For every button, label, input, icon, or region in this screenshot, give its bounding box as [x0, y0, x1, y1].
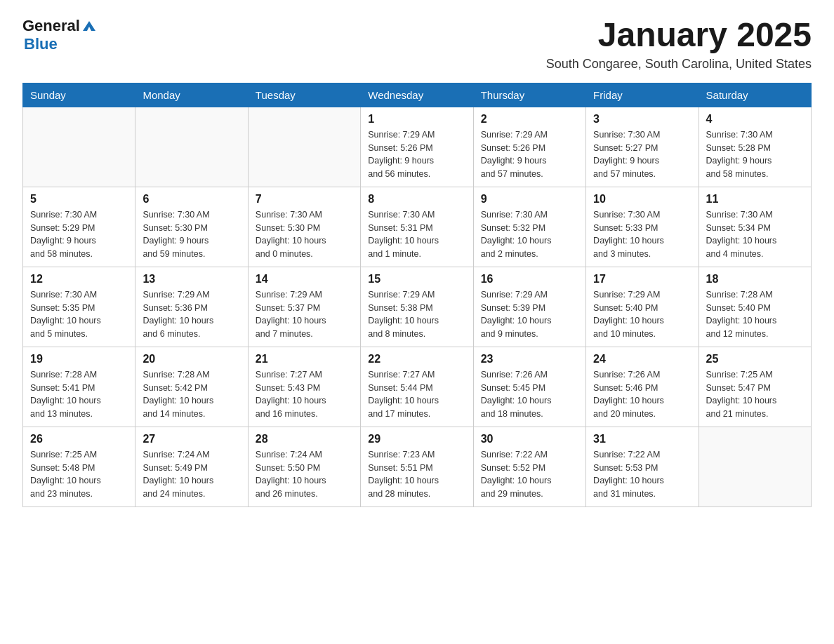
- day-number: 17: [593, 273, 691, 286]
- table-row: 10Sunrise: 7:30 AMSunset: 5:33 PMDayligh…: [586, 187, 699, 267]
- calendar-header-row: Sunday Monday Tuesday Wednesday Thursday…: [23, 83, 812, 107]
- day-info: Sunrise: 7:27 AMSunset: 5:43 PMDaylight:…: [256, 368, 353, 421]
- day-number: 29: [368, 433, 465, 445]
- day-info: Sunrise: 7:25 AMSunset: 5:47 PMDaylight:…: [706, 368, 804, 421]
- day-info: Sunrise: 7:24 AMSunset: 5:50 PMDaylight:…: [256, 448, 353, 501]
- table-row: [135, 107, 248, 187]
- day-info: Sunrise: 7:29 AMSunset: 5:38 PMDaylight:…: [368, 288, 465, 341]
- day-number: 19: [30, 353, 128, 365]
- calendar-week-row: 12Sunrise: 7:30 AMSunset: 5:35 PMDayligh…: [23, 267, 812, 347]
- col-monday: Monday: [135, 83, 248, 107]
- day-info: Sunrise: 7:26 AMSunset: 5:45 PMDaylight:…: [481, 368, 578, 421]
- calendar-table: Sunday Monday Tuesday Wednesday Thursday…: [22, 83, 812, 507]
- day-number: 2: [481, 113, 578, 126]
- day-number: 3: [593, 113, 691, 126]
- calendar-week-row: 1Sunrise: 7:29 AMSunset: 5:26 PMDaylight…: [23, 107, 812, 187]
- day-number: 31: [593, 433, 691, 445]
- table-row: 18Sunrise: 7:28 AMSunset: 5:40 PMDayligh…: [699, 267, 811, 347]
- day-info: Sunrise: 7:30 AMSunset: 5:34 PMDaylight:…: [706, 208, 804, 261]
- day-info: Sunrise: 7:27 AMSunset: 5:44 PMDaylight:…: [368, 368, 465, 421]
- day-number: 9: [481, 193, 578, 206]
- table-row: 4Sunrise: 7:30 AMSunset: 5:28 PMDaylight…: [699, 107, 811, 187]
- table-row: 22Sunrise: 7:27 AMSunset: 5:44 PMDayligh…: [361, 347, 473, 427]
- table-row: 31Sunrise: 7:22 AMSunset: 5:53 PMDayligh…: [586, 427, 699, 507]
- day-info: Sunrise: 7:22 AMSunset: 5:53 PMDaylight:…: [593, 448, 691, 501]
- table-row: 24Sunrise: 7:26 AMSunset: 5:46 PMDayligh…: [586, 347, 699, 427]
- day-number: 8: [368, 193, 465, 206]
- day-info: Sunrise: 7:23 AMSunset: 5:51 PMDaylight:…: [368, 448, 465, 501]
- day-number: 20: [143, 353, 240, 365]
- col-friday: Friday: [586, 83, 699, 107]
- day-info: Sunrise: 7:29 AMSunset: 5:36 PMDaylight:…: [143, 288, 240, 341]
- title-section: January 2025 South Congaree, South Carol…: [546, 17, 812, 72]
- table-row: 14Sunrise: 7:29 AMSunset: 5:37 PMDayligh…: [248, 267, 360, 347]
- day-info: Sunrise: 7:30 AMSunset: 5:32 PMDaylight:…: [481, 208, 578, 261]
- table-row: 6Sunrise: 7:30 AMSunset: 5:30 PMDaylight…: [135, 187, 248, 267]
- day-info: Sunrise: 7:30 AMSunset: 5:30 PMDaylight:…: [256, 208, 353, 261]
- col-saturday: Saturday: [699, 83, 811, 107]
- table-row: 9Sunrise: 7:30 AMSunset: 5:32 PMDaylight…: [473, 187, 585, 267]
- table-row: 21Sunrise: 7:27 AMSunset: 5:43 PMDayligh…: [248, 347, 360, 427]
- table-row: 2Sunrise: 7:29 AMSunset: 5:26 PMDaylight…: [473, 107, 585, 187]
- logo: General Blue: [22, 17, 97, 53]
- day-number: 14: [256, 273, 353, 286]
- table-row: 29Sunrise: 7:23 AMSunset: 5:51 PMDayligh…: [361, 427, 473, 507]
- day-number: 5: [30, 193, 128, 206]
- table-row: 20Sunrise: 7:28 AMSunset: 5:42 PMDayligh…: [135, 347, 248, 427]
- col-thursday: Thursday: [473, 83, 585, 107]
- day-number: 18: [706, 273, 804, 286]
- day-info: Sunrise: 7:29 AMSunset: 5:39 PMDaylight:…: [481, 288, 578, 341]
- day-info: Sunrise: 7:28 AMSunset: 5:41 PMDaylight:…: [30, 368, 128, 421]
- col-sunday: Sunday: [23, 83, 135, 107]
- day-info: Sunrise: 7:30 AMSunset: 5:31 PMDaylight:…: [368, 208, 465, 261]
- table-row: 1Sunrise: 7:29 AMSunset: 5:26 PMDaylight…: [361, 107, 473, 187]
- table-row: 25Sunrise: 7:25 AMSunset: 5:47 PMDayligh…: [699, 347, 811, 427]
- table-row: 23Sunrise: 7:26 AMSunset: 5:45 PMDayligh…: [473, 347, 585, 427]
- table-row: 5Sunrise: 7:30 AMSunset: 5:29 PMDaylight…: [23, 187, 135, 267]
- day-number: 12: [30, 273, 128, 286]
- day-info: Sunrise: 7:28 AMSunset: 5:40 PMDaylight:…: [706, 288, 804, 341]
- table-row: 19Sunrise: 7:28 AMSunset: 5:41 PMDayligh…: [23, 347, 135, 427]
- day-info: Sunrise: 7:30 AMSunset: 5:27 PMDaylight:…: [593, 128, 691, 181]
- location-subtitle: South Congaree, South Carolina, United S…: [546, 57, 812, 72]
- day-number: 23: [481, 353, 578, 365]
- day-info: Sunrise: 7:22 AMSunset: 5:52 PMDaylight:…: [481, 448, 578, 501]
- calendar-week-row: 19Sunrise: 7:28 AMSunset: 5:41 PMDayligh…: [23, 347, 812, 427]
- table-row: 13Sunrise: 7:29 AMSunset: 5:36 PMDayligh…: [135, 267, 248, 347]
- day-number: 22: [368, 353, 465, 365]
- table-row: [699, 427, 811, 507]
- day-info: Sunrise: 7:30 AMSunset: 5:28 PMDaylight:…: [706, 128, 804, 181]
- day-number: 11: [706, 193, 804, 206]
- logo-general-text: General: [22, 17, 80, 35]
- table-row: 3Sunrise: 7:30 AMSunset: 5:27 PMDaylight…: [586, 107, 699, 187]
- logo-blue-text: Blue: [24, 35, 58, 53]
- table-row: 28Sunrise: 7:24 AMSunset: 5:50 PMDayligh…: [248, 427, 360, 507]
- day-info: Sunrise: 7:28 AMSunset: 5:42 PMDaylight:…: [143, 368, 240, 421]
- day-info: Sunrise: 7:30 AMSunset: 5:35 PMDaylight:…: [30, 288, 128, 341]
- table-row: [23, 107, 135, 187]
- day-info: Sunrise: 7:30 AMSunset: 5:33 PMDaylight:…: [593, 208, 691, 261]
- calendar-week-row: 26Sunrise: 7:25 AMSunset: 5:48 PMDayligh…: [23, 427, 812, 507]
- day-info: Sunrise: 7:30 AMSunset: 5:30 PMDaylight:…: [143, 208, 240, 261]
- day-info: Sunrise: 7:29 AMSunset: 5:37 PMDaylight:…: [256, 288, 353, 341]
- day-number: 16: [481, 273, 578, 286]
- day-number: 15: [368, 273, 465, 286]
- day-info: Sunrise: 7:29 AMSunset: 5:40 PMDaylight:…: [593, 288, 691, 341]
- day-number: 26: [30, 433, 128, 445]
- day-info: Sunrise: 7:29 AMSunset: 5:26 PMDaylight:…: [368, 128, 465, 181]
- table-row: 30Sunrise: 7:22 AMSunset: 5:52 PMDayligh…: [473, 427, 585, 507]
- day-number: 6: [143, 193, 240, 206]
- calendar-week-row: 5Sunrise: 7:30 AMSunset: 5:29 PMDaylight…: [23, 187, 812, 267]
- page-header: General Blue January 2025 South Congaree…: [22, 17, 812, 72]
- day-number: 21: [256, 353, 353, 365]
- table-row: 15Sunrise: 7:29 AMSunset: 5:38 PMDayligh…: [361, 267, 473, 347]
- day-number: 28: [256, 433, 353, 445]
- day-number: 4: [706, 113, 804, 126]
- table-row: 26Sunrise: 7:25 AMSunset: 5:48 PMDayligh…: [23, 427, 135, 507]
- table-row: 8Sunrise: 7:30 AMSunset: 5:31 PMDaylight…: [361, 187, 473, 267]
- day-number: 27: [143, 433, 240, 445]
- table-row: 16Sunrise: 7:29 AMSunset: 5:39 PMDayligh…: [473, 267, 585, 347]
- table-row: 11Sunrise: 7:30 AMSunset: 5:34 PMDayligh…: [699, 187, 811, 267]
- col-tuesday: Tuesday: [248, 83, 360, 107]
- table-row: 7Sunrise: 7:30 AMSunset: 5:30 PMDaylight…: [248, 187, 360, 267]
